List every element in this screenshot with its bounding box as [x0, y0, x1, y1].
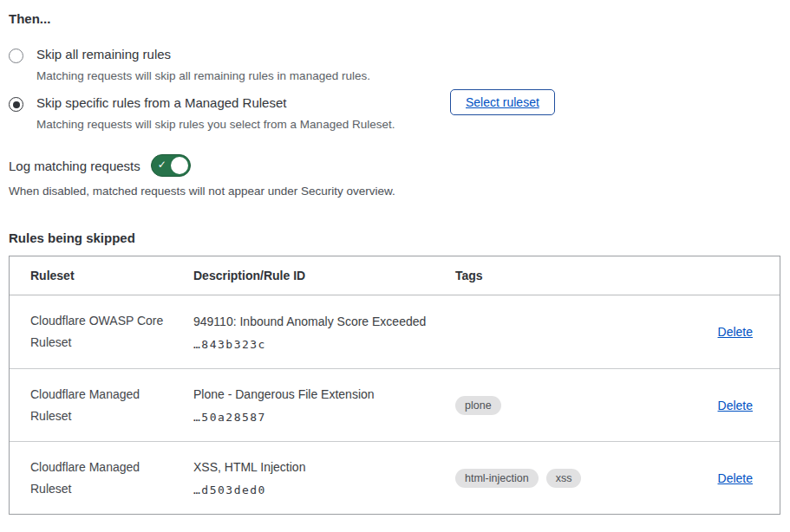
ruleset-name: Cloudflare Managed Ruleset [30, 384, 173, 427]
rule-description-cell: XSS, HTML Injection …d503ded0 [193, 459, 455, 496]
rule-id: …843b323c [193, 338, 455, 351]
action-options: Skip all remaining rules Matching reques… [9, 46, 780, 132]
tag-badge: xss [546, 469, 582, 488]
table-header-row: Ruleset Description/Rule ID Tags [10, 256, 780, 295]
checkmark-icon: ✓ [158, 159, 166, 172]
option-description: Matching requests will skip rules you se… [36, 117, 395, 132]
option-label[interactable]: Skip specific rules from a Managed Rules… [36, 94, 395, 112]
rule-description: 949110: Inbound Anomaly Score Exceeded [193, 314, 455, 329]
column-header-tags: Tags [455, 269, 676, 282]
log-toggle-description: When disabled, matched requests will not… [9, 184, 780, 198]
table-row: Cloudflare Managed Ruleset Plone - Dange… [10, 368, 780, 441]
rule-description-cell: Plone - Dangerous File Extension …50a285… [193, 386, 455, 424]
option-skip-all-remaining-rules[interactable]: Skip all remaining rules Matching reques… [9, 46, 780, 83]
ruleset-name: Cloudflare OWASP Core Ruleset [30, 310, 173, 354]
delete-link[interactable]: Delete [718, 325, 753, 339]
waf-skip-rule-config-panel: Then... Skip all remaining rules Matchin… [0, 0, 790, 532]
rule-description: XSS, HTML Injection [193, 459, 455, 475]
option-text: Skip specific rules from a Managed Rules… [36, 94, 395, 132]
rule-id: …50a28587 [193, 411, 455, 424]
rules-skipped-heading: Rules being skipped [9, 230, 780, 246]
tags-cell: html-injection xss [455, 469, 676, 488]
radio-unselected-icon[interactable] [9, 49, 23, 63]
option-label[interactable]: Skip all remaining rules [36, 46, 370, 63]
radio-selected-icon[interactable] [9, 97, 23, 112]
log-toggle-label: Log matching requests [9, 159, 140, 173]
column-header-description: Description/Rule ID [193, 269, 455, 282]
option-text: Skip all remaining rules Matching reques… [36, 46, 370, 83]
table-row: Cloudflare Managed Ruleset XSS, HTML Inj… [10, 441, 780, 514]
then-heading: Then... [9, 11, 780, 27]
option-description: Matching requests will skip all remainin… [36, 68, 370, 83]
delete-link[interactable]: Delete [718, 399, 753, 412]
option-skip-specific-rules[interactable]: Skip specific rules from a Managed Rules… [9, 94, 780, 132]
toggle-knob [171, 157, 188, 174]
table-row: Cloudflare OWASP Core Ruleset 949110: In… [10, 295, 780, 368]
rule-id: …d503ded0 [193, 483, 455, 496]
rules-skipped-table: Ruleset Description/Rule ID Tags Cloudfl… [9, 256, 780, 515]
log-matching-requests-row: Log matching requests ✓ [9, 154, 780, 177]
tag-badge: html-injection [455, 469, 539, 488]
tag-badge: plone [455, 396, 501, 415]
column-header-ruleset: Ruleset [30, 269, 193, 282]
select-ruleset-button[interactable]: Select ruleset [450, 89, 555, 115]
delete-cell: Delete [676, 470, 780, 486]
ruleset-name: Cloudflare Managed Ruleset [30, 457, 173, 500]
delete-cell: Delete [676, 398, 780, 413]
log-toggle-switch-on[interactable]: ✓ [151, 154, 191, 177]
tags-cell: plone [455, 396, 676, 415]
delete-link[interactable]: Delete [718, 471, 753, 485]
delete-cell: Delete [676, 324, 780, 340]
rule-description: Plone - Dangerous File Extension [193, 386, 455, 402]
rule-description-cell: 949110: Inbound Anomaly Score Exceeded …… [193, 314, 455, 351]
